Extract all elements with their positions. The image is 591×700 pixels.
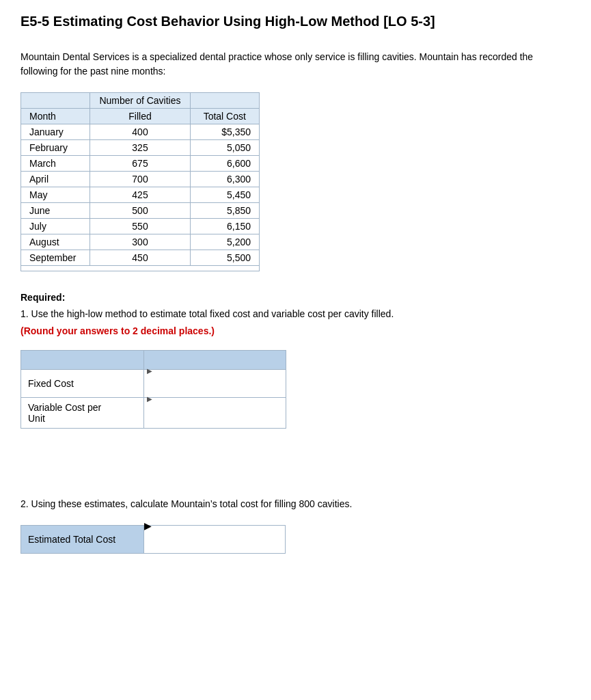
required-section: Required: 1. Use the high-low method to … xyxy=(20,292,571,429)
estimated-total-cost-arrow: ▶ xyxy=(144,520,152,531)
cost-cell: 5,850 xyxy=(190,203,259,219)
filled-cell: 400 xyxy=(90,124,190,140)
round-note: (Round your answers to 2 decimal places.… xyxy=(20,325,571,336)
variable-cost-input-cell[interactable]: ▶ xyxy=(144,398,286,429)
month-cell: August xyxy=(21,234,90,250)
estimated-total-cost-input[interactable] xyxy=(144,531,285,558)
estimated-total-cost-row: Estimated Total Cost ▶ xyxy=(21,526,286,554)
table-row: July5506,150 xyxy=(21,219,260,234)
table-row: April7006,300 xyxy=(21,172,260,187)
cost-cell: $5,350 xyxy=(190,124,259,140)
cost-cell: 6,150 xyxy=(190,219,259,234)
required-label: Required: xyxy=(20,292,571,303)
totalcost-header: Total Cost xyxy=(190,109,259,124)
cost-cell: 6,300 xyxy=(190,172,259,187)
page-title: E5-5 Estimating Cost Behavior Using High… xyxy=(20,14,571,29)
spacer xyxy=(20,456,571,497)
table-row: September4505,500 xyxy=(21,250,260,266)
filled-cell: 500 xyxy=(90,203,190,219)
month-header: Month xyxy=(21,109,90,124)
cost-cell: 5,050 xyxy=(190,140,259,156)
filled-cell: 425 xyxy=(90,187,190,203)
filled-cell: 325 xyxy=(90,140,190,156)
estimated-total-cost-input-cell[interactable]: ▶ xyxy=(144,526,286,554)
table-row: June5005,850 xyxy=(21,203,260,219)
variable-cost-label: Variable Cost perUnit xyxy=(21,398,144,429)
question2-text: 2. Using these estimates, calculate Moun… xyxy=(20,497,571,511)
question1-text: 1. Use the high-low method to estimate t… xyxy=(20,307,571,321)
month-cell: May xyxy=(21,187,90,203)
cost-cell: 5,450 xyxy=(190,187,259,203)
table-row: August3005,200 xyxy=(21,234,260,250)
answer-table-2: Estimated Total Cost ▶ xyxy=(20,525,286,554)
filled-header: Filled xyxy=(90,109,190,124)
fixed-cost-row: Fixed Cost ▶ xyxy=(21,370,286,398)
estimated-total-cost-label: Estimated Total Cost xyxy=(21,526,144,554)
intro-text: Mountain Dental Services is a specialize… xyxy=(20,50,553,79)
table-row: February3255,050 xyxy=(21,140,260,156)
spacer-header xyxy=(190,93,259,109)
cost-cell: 5,200 xyxy=(190,234,259,250)
data-table: Number of Cavities Month Filled Total Co… xyxy=(20,92,260,271)
variable-cost-row: Variable Cost perUnit ▶ xyxy=(21,398,286,429)
fixed-cost-arrow: ▶ xyxy=(144,367,152,375)
month-cell: March xyxy=(21,156,90,172)
month-col-header xyxy=(21,93,90,109)
cavities-span-header: Number of Cavities xyxy=(90,93,190,109)
filled-cell: 550 xyxy=(90,219,190,234)
cost-cell: 5,500 xyxy=(190,250,259,266)
filled-cell: 450 xyxy=(90,250,190,266)
fixed-cost-label: Fixed Cost xyxy=(21,370,144,398)
month-cell: February xyxy=(21,140,90,156)
filled-cell: 300 xyxy=(90,234,190,250)
month-cell: January xyxy=(21,124,90,140)
answer-table-1: Fixed Cost ▶ Variable Cost perUnit ▶ xyxy=(20,350,286,429)
month-cell: June xyxy=(21,203,90,219)
month-cell: July xyxy=(21,219,90,234)
variable-cost-input[interactable] xyxy=(144,403,286,433)
answer-col1-header xyxy=(21,351,144,370)
month-cell: April xyxy=(21,172,90,187)
fixed-cost-input-cell[interactable]: ▶ xyxy=(144,370,286,398)
table-row: January400$5,350 xyxy=(21,124,260,140)
month-cell: September xyxy=(21,250,90,266)
table-row: May4255,450 xyxy=(21,187,260,203)
variable-cost-arrow: ▶ xyxy=(144,395,152,403)
table-row: March6756,600 xyxy=(21,156,260,172)
filled-cell: 675 xyxy=(90,156,190,172)
cost-cell: 6,600 xyxy=(190,156,259,172)
filled-cell: 700 xyxy=(90,172,190,187)
answer-col2-header xyxy=(144,351,286,370)
